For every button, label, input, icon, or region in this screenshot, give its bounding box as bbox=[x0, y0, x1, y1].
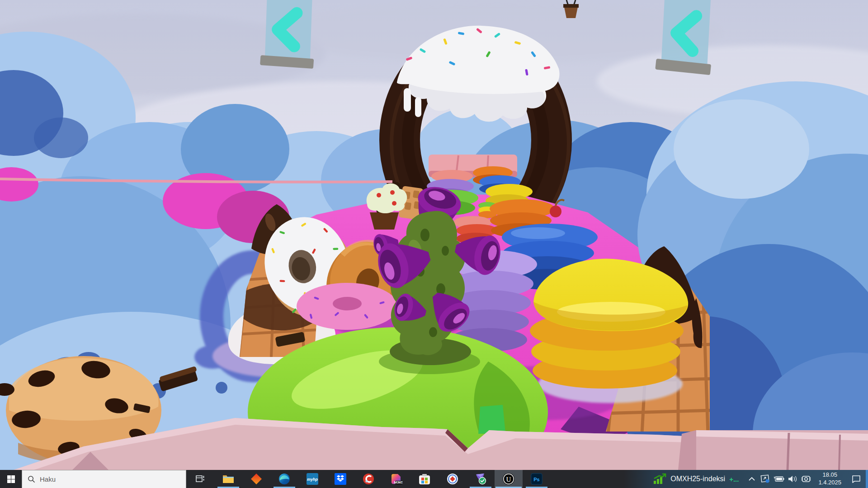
myhp-icon: myhp bbox=[307, 473, 318, 485]
svg-text:Ps: Ps bbox=[533, 477, 539, 482]
taskbar-app-security[interactable] bbox=[467, 470, 495, 488]
microsoft-365-icon: M365 bbox=[391, 473, 402, 485]
taskbar-app-ccleaner[interactable] bbox=[354, 470, 382, 488]
taskbar-app-microsoft-store[interactable] bbox=[410, 470, 439, 488]
pinned-apps: myhp bbox=[214, 470, 551, 488]
clock-time: 18.05 bbox=[822, 471, 837, 479]
taskbar-app-myhp[interactable]: myhp bbox=[298, 470, 326, 488]
task-view-icon bbox=[196, 475, 205, 483]
show-desktop-strip[interactable] bbox=[866, 470, 868, 488]
taskbar-app-photoshop[interactable]: Ps bbox=[523, 470, 551, 488]
start-button[interactable] bbox=[0, 470, 22, 488]
checkpoint-banner-right bbox=[655, 0, 715, 75]
task-view-button[interactable] bbox=[186, 470, 214, 488]
taskbar-app-dropbox[interactable] bbox=[326, 470, 354, 488]
pink-sprinkle-donut bbox=[297, 283, 398, 330]
svg-text:myhp: myhp bbox=[307, 477, 318, 482]
taskbar-app-file-explorer[interactable] bbox=[214, 470, 242, 488]
radeon-diamond-icon bbox=[250, 473, 262, 485]
file-explorer-icon bbox=[222, 474, 234, 484]
battery-charging-icon bbox=[774, 476, 784, 482]
stock-chart-icon bbox=[653, 473, 666, 485]
search-icon bbox=[28, 475, 35, 483]
ticker-label: OMXH25-indeksi bbox=[670, 475, 725, 483]
taskbar-app-edge[interactable] bbox=[270, 470, 298, 488]
taskbar-clock[interactable]: 18.05 1.4.2025 bbox=[813, 471, 847, 487]
action-center-button[interactable] bbox=[847, 470, 866, 488]
tray-battery[interactable] bbox=[772, 470, 786, 488]
windows-taskbar: Haku bbox=[0, 470, 868, 488]
game-scene[interactable] bbox=[0, 0, 868, 470]
ink-workspace-icon bbox=[760, 474, 770, 483]
news-and-interests-widget[interactable]: OMXH25-indeksi +... bbox=[650, 470, 745, 488]
clock-date: 1.4.2025 bbox=[818, 479, 841, 487]
tray-camera-cast[interactable] bbox=[799, 470, 813, 488]
search-placeholder: Haku bbox=[40, 475, 56, 483]
taskbar-app-microsoft365[interactable]: M365 bbox=[382, 470, 410, 488]
quick-assist-icon bbox=[447, 473, 458, 485]
taskbar-right: OMXH25-indeksi +... bbox=[650, 470, 868, 488]
taskbar-search-box[interactable]: Haku bbox=[22, 470, 186, 488]
windows-logo-icon bbox=[7, 475, 15, 483]
yellow-macaron-stack bbox=[530, 258, 688, 403]
taskbar-app-radeon[interactable] bbox=[242, 470, 270, 488]
edge-browser-icon bbox=[278, 473, 290, 485]
game-viewport[interactable] bbox=[0, 0, 868, 470]
speaker-icon bbox=[788, 475, 797, 483]
tray-overflow-chevron[interactable] bbox=[745, 470, 759, 488]
taskbar-app-unreal-engine[interactable]: U bbox=[495, 470, 523, 488]
ticker-change: +... bbox=[729, 475, 739, 483]
system-tray bbox=[745, 470, 813, 488]
taskbar-app-quick-assist[interactable] bbox=[439, 470, 467, 488]
svg-text:M365: M365 bbox=[394, 480, 402, 484]
chevron-up-icon bbox=[748, 477, 755, 481]
unreal-engine-icon: U bbox=[502, 473, 515, 485]
security-shield-icon bbox=[474, 473, 487, 485]
ccleaner-icon bbox=[363, 473, 374, 485]
desktop-screenshot: Haku bbox=[0, 0, 868, 488]
tray-ink-workspace[interactable] bbox=[759, 470, 772, 488]
photoshop-icon: Ps bbox=[531, 473, 542, 485]
microsoft-store-icon bbox=[419, 473, 430, 485]
checkpoint-banner-left bbox=[260, 0, 316, 69]
tray-volume[interactable] bbox=[786, 470, 799, 488]
cast-screen-icon bbox=[801, 475, 811, 483]
svg-text:U: U bbox=[506, 476, 511, 483]
action-center-icon bbox=[852, 475, 861, 483]
dropbox-icon bbox=[335, 473, 346, 485]
